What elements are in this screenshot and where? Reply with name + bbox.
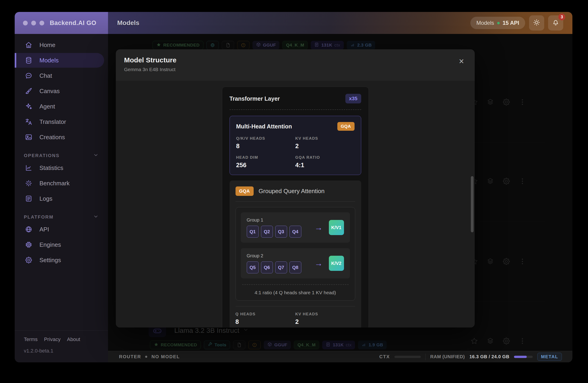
divider bbox=[242, 284, 349, 285]
window-control-dot[interactable] bbox=[31, 21, 36, 25]
app-header: Backend.AI GO Models Models 15 API bbox=[15, 12, 572, 34]
sidebar-nav: Home Models Chat Canvas Agent bbox=[15, 34, 108, 267]
router-label: ROUTER bbox=[119, 354, 141, 359]
stat-value: 8 bbox=[235, 318, 295, 325]
sidebar-item-settings[interactable]: Settings bbox=[15, 253, 108, 267]
models-api-pill[interactable]: Models 15 API bbox=[470, 17, 525, 29]
sidebar-item-canvas[interactable]: Canvas bbox=[15, 84, 108, 98]
stat-cell: KV HEADS 2 bbox=[295, 136, 355, 150]
sidebar-item-engines[interactable]: Engines bbox=[15, 237, 108, 252]
sidebar-section-operations[interactable]: OPERATIONS bbox=[15, 150, 108, 161]
globe-icon bbox=[25, 225, 33, 233]
sidebar-item-benchmark[interactable]: Benchmark bbox=[15, 176, 108, 191]
api-status-dot bbox=[497, 22, 500, 24]
chevron-down-icon bbox=[93, 213, 99, 220]
stat-label: HEAD DIM bbox=[236, 155, 295, 160]
stat-cell: KV HEADS 2 bbox=[295, 312, 355, 325]
sidebar-item-label: Translator bbox=[40, 118, 66, 126]
paintbrush-icon bbox=[25, 87, 33, 95]
sidebar-item-label: Statistics bbox=[40, 164, 63, 171]
modal-title: Model Structure bbox=[124, 56, 465, 64]
benchmark-icon bbox=[25, 179, 33, 187]
gqa-diagram: Group 1 Q1 Q2 Q3 Q4 → bbox=[235, 207, 355, 301]
app-title: Backend.AI GO bbox=[50, 20, 96, 27]
ram-progress-track bbox=[514, 356, 533, 358]
sidebar-item-models[interactable]: Models bbox=[15, 53, 104, 68]
sidebar-item-label: Models bbox=[40, 57, 59, 64]
gqa-group-1: Group 1 Q1 Q2 Q3 Q4 → bbox=[241, 212, 350, 243]
home-icon bbox=[25, 41, 33, 49]
window-controls[interactable] bbox=[23, 21, 44, 25]
stat-cell: GQA RATIO 4:1 bbox=[295, 155, 355, 169]
ctx-progress-track bbox=[395, 356, 421, 358]
sidebar-item-creations[interactable]: Creations bbox=[15, 130, 108, 145]
about-link[interactable]: About bbox=[67, 337, 80, 342]
arrow-right-icon: → bbox=[315, 258, 323, 268]
query-head-chip: Q4 bbox=[289, 226, 301, 238]
notifications-button[interactable]: 3 bbox=[548, 15, 563, 30]
bell-icon bbox=[552, 19, 560, 27]
stat-label: KV HEADS bbox=[295, 312, 355, 317]
section-title: PLATFORM bbox=[24, 214, 54, 220]
sidebar-item-translator[interactable]: Translator bbox=[15, 114, 108, 129]
sidebar-item-label: Logs bbox=[40, 195, 52, 202]
ram-label: RAM (UNIFIED) bbox=[430, 354, 465, 359]
sidebar-item-label: API bbox=[40, 226, 49, 233]
sidebar-item-home[interactable]: Home bbox=[15, 38, 108, 52]
transformer-layer-panel: Transformer Layer x35 Multi-Head Attenti… bbox=[222, 87, 369, 327]
query-head-chip: Q1 bbox=[247, 226, 259, 238]
modal-scrollbar-thumb[interactable] bbox=[471, 176, 474, 232]
gqa-group-2: Group 2 Q5 Q6 Q7 Q8 → bbox=[241, 248, 350, 278]
window-control-dot[interactable] bbox=[23, 21, 28, 25]
translate-icon bbox=[25, 118, 33, 126]
titlebar: Backend.AI GO bbox=[15, 12, 108, 34]
ram-value: 16.3 GB / 24.0 GB bbox=[469, 354, 509, 359]
sidebar-footer: Terms Privacy About v1.2.0-beta.1 bbox=[15, 330, 108, 362]
stat-value: 256 bbox=[236, 162, 295, 169]
ctx-label: CTX bbox=[379, 354, 390, 359]
engine-badge: METAL bbox=[537, 353, 562, 361]
status-bar: ROUTER NO MODEL CTX RAM (UNIFIED) 16.3 G… bbox=[108, 351, 572, 362]
gqa-ratio-note: 4:1 ratio (4 Q heads share 1 KV head) bbox=[241, 290, 350, 295]
sidebar-item-statistics[interactable]: Statistics bbox=[15, 161, 108, 175]
window-control-dot[interactable] bbox=[40, 21, 44, 25]
theme-toggle-button[interactable] bbox=[529, 15, 544, 30]
gqa-badge: GQA bbox=[337, 122, 355, 131]
query-head-chip: Q8 bbox=[289, 261, 301, 273]
app-window: Backend.AI GO Models Models 15 API bbox=[15, 12, 572, 362]
modal-header: Model Structure Gemma 3n E4B Instruct × bbox=[116, 49, 475, 81]
database-icon bbox=[25, 56, 33, 64]
chevron-down-icon bbox=[93, 152, 99, 159]
arrow-right-icon: → bbox=[315, 223, 323, 232]
sidebar-item-logs[interactable]: Logs bbox=[15, 191, 108, 206]
stat-cell: Q/K/V HEADS 8 bbox=[236, 136, 295, 150]
stat-value: 8 bbox=[236, 143, 295, 150]
stat-label: KV HEADS bbox=[295, 136, 355, 141]
group-label: Group 1 bbox=[247, 217, 301, 223]
privacy-link[interactable]: Privacy bbox=[44, 337, 61, 342]
pill-api-label: 15 API bbox=[503, 20, 519, 26]
page-title: Models bbox=[117, 19, 139, 27]
sidebar-item-api[interactable]: API bbox=[15, 222, 108, 237]
chart-icon bbox=[25, 164, 33, 172]
header-main: Models Models 15 API bbox=[108, 12, 572, 34]
modal-body: Transformer Layer x35 Multi-Head Attenti… bbox=[116, 81, 475, 327]
sidebar-item-chat[interactable]: Chat bbox=[15, 68, 108, 83]
sidebar-item-label: Agent bbox=[40, 103, 55, 110]
logs-icon bbox=[25, 195, 33, 203]
stat-cell: HEAD DIM 256 bbox=[236, 155, 295, 169]
ram-progress-fill bbox=[514, 356, 527, 358]
divider bbox=[425, 354, 426, 360]
gear-icon bbox=[25, 256, 33, 264]
stat-label: Q HEADS bbox=[235, 312, 295, 317]
terms-link[interactable]: Terms bbox=[24, 337, 38, 342]
sidebar-section-platform[interactable]: PLATFORM bbox=[15, 212, 108, 222]
query-head-chip: Q6 bbox=[261, 261, 273, 273]
sidebar-item-label: Chat bbox=[40, 72, 52, 79]
sidebar-item-agent[interactable]: Agent bbox=[15, 99, 108, 114]
sidebar-item-label: Home bbox=[40, 42, 55, 49]
divider bbox=[235, 201, 355, 202]
close-icon[interactable]: × bbox=[456, 56, 467, 67]
sidebar-item-label: Settings bbox=[40, 257, 61, 264]
mha-title: Multi-Head Attention bbox=[236, 123, 292, 130]
